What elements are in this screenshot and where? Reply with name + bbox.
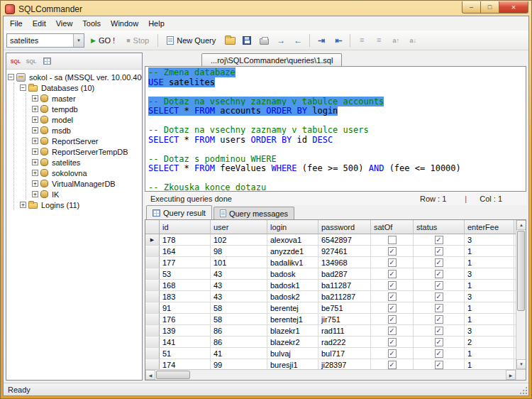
print-button[interactable] [256, 33, 272, 48]
row-selector[interactable] [145, 325, 160, 337]
row-selector[interactable] [145, 359, 160, 369]
sql-connect-button[interactable]: SQL [9, 55, 23, 68]
expand-icon[interactable]: + [32, 191, 38, 197]
checkbox-checked-icon[interactable]: ✓ [388, 327, 397, 335]
checkbox-checked-icon[interactable]: ✓ [435, 349, 443, 358]
code-line[interactable]: -- Dotaz s podminou WHERE [148, 155, 526, 165]
checkbox-checked-icon[interactable]: ✓ [388, 361, 397, 369]
menu-item-view[interactable]: View [51, 17, 78, 30]
scroll-down-button[interactable]: ▼ [516, 359, 526, 369]
expand-icon[interactable]: + [32, 116, 38, 123]
checkbox-checked-icon[interactable]: ✓ [435, 293, 443, 301]
checkbox-checked-icon[interactable]: ✓ [388, 258, 397, 267]
tree-item-logins[interactable]: + Logins (11) [20, 200, 140, 210]
code-line[interactable]: -- Zkouska konce dotazu [148, 183, 526, 192]
menu-item-window[interactable]: Window [106, 17, 143, 30]
checkbox-checked-icon[interactable]: ✓ [388, 349, 397, 358]
checkbox-checked-icon[interactable]: ✓ [435, 236, 443, 244]
row-selector[interactable] [145, 302, 160, 314]
expand-icon[interactable]: + [32, 148, 38, 155]
checkbox-checked-icon[interactable]: ✓ [435, 258, 443, 267]
row-selector[interactable] [145, 314, 160, 325]
table-row[interactable]: 17499buresji1ji28397✓✓1 [145, 359, 516, 369]
code-line[interactable]: -- Zmena databaze [148, 68, 526, 78]
tree-item-msdb[interactable]: +msdb [32, 125, 140, 136]
scroll-right-button[interactable]: ▶ [506, 370, 516, 380]
row-selector[interactable] [145, 268, 160, 280]
collapse-icon[interactable]: − [20, 84, 26, 91]
expand-icon[interactable]: + [32, 159, 38, 165]
tree-item-sokolovna[interactable]: +sokolovna [32, 168, 140, 178]
code-line[interactable]: USE satelites [148, 78, 526, 88]
table-row[interactable]: 14186blazekr2rad222✓✓2 [145, 337, 516, 348]
table-row[interactable]: 5141bulvajbul717✓✓1 [145, 348, 516, 359]
checkbox-checked-icon[interactable]: ✓ [435, 270, 443, 278]
row-selector[interactable] [145, 291, 160, 302]
column-header-user[interactable]: user [211, 220, 267, 234]
load-query-button[interactable]: → [273, 33, 289, 48]
menu-item-edit[interactable]: Edit [28, 17, 51, 30]
row-selector[interactable] [145, 257, 160, 268]
expand-icon[interactable]: + [32, 127, 38, 133]
refresh-button[interactable] [40, 55, 54, 68]
code-line[interactable] [148, 87, 526, 97]
chevron-down-icon[interactable]: ▼ [73, 34, 84, 47]
checkbox-checked-icon[interactable]: ✓ [435, 304, 443, 312]
expand-icon[interactable]: + [32, 138, 38, 144]
sql-disconnect-button[interactable]: SQL [24, 55, 38, 68]
column-header-password[interactable]: password [318, 220, 371, 234]
sql-editor[interactable]: -- Zmena databazeUSE satelites -- Dotaz … [145, 66, 526, 192]
go-button[interactable]: ▶ GO ! [86, 33, 120, 48]
vertical-scrollbar[interactable]: ▲ ▼ [516, 220, 526, 369]
table-row[interactable]: 177101badalikv1134968✓✓1 [145, 257, 516, 268]
code-line[interactable]: -- Dotaz na vsechny zaznamy v tabulce ac… [148, 97, 526, 107]
checkbox-checked-icon[interactable]: ✓ [435, 315, 443, 324]
checkbox-checked-icon[interactable]: ✓ [435, 361, 443, 369]
menu-item-file[interactable]: File [5, 17, 28, 30]
checkbox-checked-icon[interactable]: ✓ [435, 281, 443, 290]
tree-item-IK[interactable]: +IK [32, 189, 140, 200]
menu-item-help[interactable]: Help [143, 17, 170, 30]
close-button[interactable]: × [499, 1, 528, 13]
tab-query-result[interactable]: Query result [146, 205, 212, 219]
tree-item-tempdb[interactable]: +tempdb [32, 104, 140, 114]
column-header-satOf[interactable]: satOf [371, 220, 414, 234]
checkbox-checked-icon[interactable]: ✓ [388, 338, 397, 346]
table-row[interactable]: 13986blazekr1rad111✓✓3 [145, 325, 516, 337]
vertical-scroll-track[interactable] [516, 230, 526, 359]
code-line[interactable] [148, 116, 526, 126]
expand-icon[interactable]: + [32, 170, 38, 176]
outdent-button[interactable]: ⇤ [331, 33, 346, 48]
stop-button[interactable]: ■ Stop [121, 33, 154, 48]
code-line[interactable] [148, 174, 526, 184]
checkbox-checked-icon[interactable]: ✓ [388, 270, 397, 278]
horizontal-scroll-thumb[interactable] [156, 371, 190, 379]
checkbox-checked-icon[interactable]: ✓ [388, 304, 397, 312]
row-selector[interactable] [145, 280, 160, 291]
scroll-up-button[interactable]: ▲ [516, 220, 526, 230]
lowercase-button[interactable]: a↓ [405, 33, 421, 48]
titlebar[interactable]: SQLCommander – □ × [1, 1, 531, 16]
uppercase-button[interactable]: a↑ [388, 33, 404, 48]
tree-item-satelites[interactable]: +satelites [32, 157, 140, 168]
comment-button[interactable]: ≡ [354, 33, 370, 48]
checkbox-checked-icon[interactable]: ✓ [435, 327, 443, 335]
collapse-icon[interactable]: − [8, 74, 14, 80]
column-header-login[interactable]: login [267, 220, 318, 234]
checkbox-unchecked-icon[interactable] [388, 236, 397, 244]
tree-item-VirtualManagerDB[interactable]: +VirtualManagerDB [32, 178, 140, 189]
checkbox-checked-icon[interactable]: ✓ [388, 293, 397, 301]
tab-query-messages[interactable]: Query messages [214, 207, 294, 219]
table-row[interactable]: 16843badosk1ba11287✓✓1 [145, 280, 516, 291]
uncomment-button[interactable]: ≡ [371, 33, 387, 48]
checkbox-checked-icon[interactable]: ✓ [435, 338, 443, 346]
minimize-button[interactable]: – [462, 1, 481, 13]
code-line[interactable] [148, 145, 526, 155]
expand-icon[interactable]: + [32, 106, 38, 112]
tree-item-ReportServerTempDB[interactable]: +ReportServerTempDB [32, 146, 140, 157]
checkbox-checked-icon[interactable]: ✓ [388, 281, 397, 290]
code-line[interactable]: SELECT * FROM accounts ORDER BY login [148, 106, 526, 116]
row-selector[interactable]: ▶ [145, 234, 160, 246]
column-header-status[interactable]: status [414, 220, 465, 234]
expand-icon[interactable]: + [32, 180, 38, 187]
